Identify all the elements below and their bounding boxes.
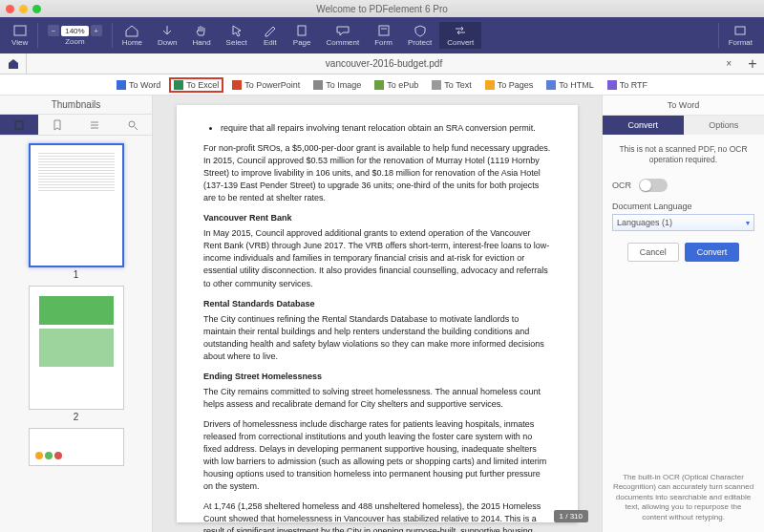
home-tool[interactable]: Home <box>115 22 150 49</box>
thumbnails-tab[interactable] <box>0 115 38 135</box>
zoom-tool[interactable]: − 140% + Zoom <box>40 23 109 48</box>
doc-para: At 1,746 (1,258 sheltered homeless and 4… <box>203 500 551 532</box>
main-toolbar: View − 140% + Zoom Home Down Hand Select… <box>0 17 764 53</box>
zoom-label: Zoom <box>65 37 84 46</box>
language-select[interactable]: Languages (1) ▾ <box>612 214 754 231</box>
language-value: Languages (1) <box>617 218 672 227</box>
bookmark-icon <box>52 119 63 131</box>
svg-rect-10 <box>432 80 441 90</box>
thumbnails-icon <box>13 119 25 131</box>
convert-icon <box>453 24 468 37</box>
home-icon <box>124 24 139 37</box>
file-tab-label: vancouver-2016-budget.pdf <box>326 58 442 69</box>
doc-para: In May 2015, Council approved additional… <box>203 227 551 289</box>
window-titlebar: Welcome to PDFelement 6 Pro <box>0 0 764 17</box>
outline-tab[interactable] <box>76 115 115 135</box>
convert-button[interactable]: Convert <box>685 243 740 262</box>
word-icon <box>117 80 126 90</box>
svg-rect-9 <box>374 80 384 90</box>
to-excel-label: To Excel <box>186 80 219 90</box>
to-excel-button[interactable]: To Excel <box>169 77 223 93</box>
tab-bar: vancouver-2016-budget.pdf × + <box>0 53 764 74</box>
panel-tab-options[interactable]: Options <box>684 116 765 135</box>
thumbnails-list: 1 2 <box>0 136 152 532</box>
search-tab[interactable] <box>114 115 152 135</box>
page-tool[interactable]: Page <box>286 22 319 49</box>
svg-rect-6 <box>174 80 183 90</box>
ppt-icon <box>232 80 242 90</box>
select-tool[interactable]: Select <box>219 22 255 49</box>
svg-rect-8 <box>313 80 323 90</box>
protect-tool[interactable]: Protect <box>400 22 439 49</box>
to-word-label: To Word <box>129 80 160 90</box>
to-epub-button[interactable]: To ePub <box>370 77 423 93</box>
comment-label: Comment <box>327 38 360 47</box>
to-rtf-button[interactable]: To RTF <box>603 77 652 93</box>
add-tab-button[interactable]: + <box>741 55 764 73</box>
page-label: Page <box>293 38 311 47</box>
to-pages-button[interactable]: To Pages <box>480 77 539 93</box>
comment-tool[interactable]: Comment <box>319 22 368 49</box>
convert-label: Convert <box>447 38 474 47</box>
file-tab[interactable]: vancouver-2016-budget.pdf × <box>27 53 741 74</box>
document-view[interactable]: require that all repairs involving tenan… <box>153 96 602 532</box>
format-tool[interactable]: Format <box>721 22 760 49</box>
home-tab[interactable] <box>0 53 27 74</box>
zoom-value[interactable]: 140% <box>61 26 88 36</box>
panel-tab-convert[interactable]: Convert <box>603 116 684 135</box>
down-tool[interactable]: Down <box>150 22 184 49</box>
edit-tool[interactable]: Edit <box>255 22 286 49</box>
svg-line-16 <box>135 127 138 130</box>
format-label: Format <box>729 38 753 47</box>
thumbnail-page-1[interactable] <box>29 143 124 267</box>
form-tool[interactable]: Form <box>367 22 400 49</box>
sidebar-tabs <box>0 115 152 136</box>
thumb-2-number: 2 <box>74 412 79 422</box>
app-title: Welcome to PDFelement 6 Pro <box>0 4 764 14</box>
edit-icon <box>263 24 278 37</box>
to-image-button[interactable]: To Image <box>308 77 366 93</box>
chevron-down-icon: ▾ <box>746 219 750 227</box>
page-indicator: 1 / 310 <box>554 510 588 522</box>
doc-para: Drivers of homelessness include discharg… <box>203 418 551 493</box>
bookmarks-tab[interactable] <box>38 115 76 135</box>
convert-panel: To Word Convert Options This is not a sc… <box>602 96 764 532</box>
hand-label: Hand <box>192 38 210 47</box>
search-icon <box>127 119 138 131</box>
view-tool[interactable]: View <box>4 22 35 49</box>
panel-title: To Word <box>603 96 764 116</box>
thumbnails-sidebar: Thumbnails 1 2 <box>0 96 153 532</box>
to-text-button[interactable]: To Text <box>427 77 476 93</box>
close-tab-icon[interactable]: × <box>726 58 732 69</box>
doc-para: The City remains committed to solving st… <box>203 386 551 411</box>
hand-tool[interactable]: Hand <box>184 22 218 49</box>
to-html-label: To HTML <box>559 80 594 90</box>
select-label: Select <box>226 38 247 47</box>
panel-footer-text: The built-in OCR (Optical Character Reco… <box>603 463 764 532</box>
ocr-toggle[interactable] <box>639 179 668 192</box>
to-pages-label: To Pages <box>498 80 534 90</box>
convert-targets-bar: To Word To Excel To PowerPoint To Image … <box>0 74 764 96</box>
convert-tool[interactable]: Convert <box>439 22 481 49</box>
cancel-button[interactable]: Cancel <box>627 243 679 262</box>
language-label: Document Language <box>612 202 754 211</box>
edit-label: Edit <box>264 38 277 47</box>
down-label: Down <box>158 38 177 47</box>
zoom-in-icon[interactable]: + <box>91 25 102 36</box>
sidebar-title: Thumbnails <box>0 96 152 115</box>
to-powerpoint-button[interactable]: To PowerPoint <box>227 77 305 93</box>
to-ppt-label: To PowerPoint <box>244 80 300 90</box>
to-html-button[interactable]: To HTML <box>541 77 599 93</box>
to-word-button[interactable]: To Word <box>112 77 165 93</box>
doc-heading: Vancouver Rent Bank <box>203 212 551 224</box>
zoom-out-icon[interactable]: − <box>48 25 59 36</box>
rtf-icon <box>607 80 617 90</box>
thumbnail-page-3[interactable] <box>29 428 124 466</box>
svg-rect-11 <box>485 80 495 90</box>
svg-rect-7 <box>232 80 242 90</box>
to-epub-label: To ePub <box>387 80 418 90</box>
svg-rect-2 <box>379 26 389 35</box>
pages-icon <box>485 80 495 90</box>
protect-label: Protect <box>408 38 432 47</box>
thumbnail-page-2[interactable] <box>29 286 124 410</box>
